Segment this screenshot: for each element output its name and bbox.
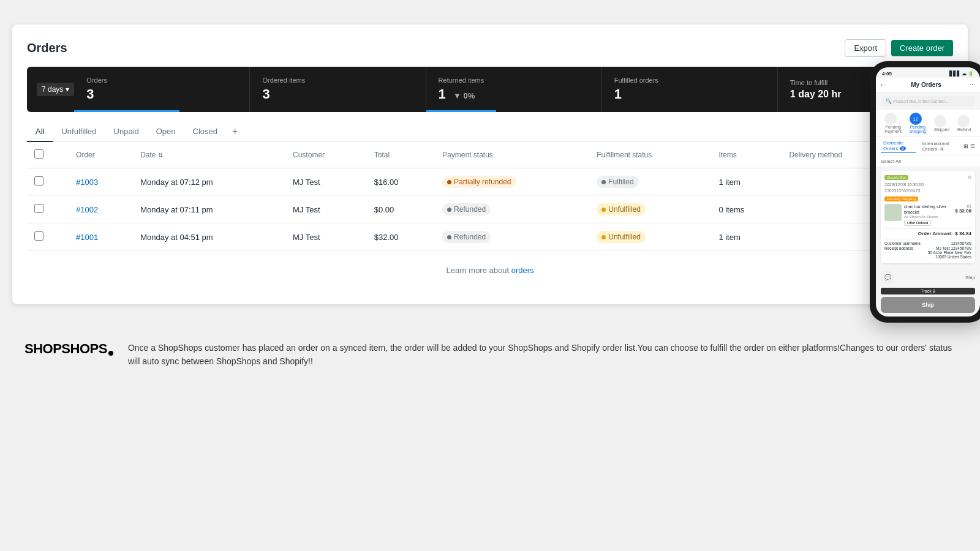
list-view-icon[interactable]: ☰ xyxy=(970,143,975,149)
col-fulfillment-status: Fulfillment status xyxy=(589,142,711,168)
tab-refund[interactable]: Refund xyxy=(957,115,971,132)
learn-more-section: Learn more about orders xyxy=(27,251,953,290)
more-icon[interactable]: ⋯ xyxy=(970,82,975,88)
stats-fulfilled-orders: Fulfilled orders 1 xyxy=(602,67,778,112)
phone-customer-username-row: Customer username 12345678N xyxy=(884,241,971,246)
stats-returned-items-value: 1 ▼ 0% xyxy=(439,86,589,102)
phone-product-price: $ 32.00 xyxy=(955,208,971,214)
search-icon: 🔍 xyxy=(886,99,893,104)
period-label: 7 days xyxy=(42,85,63,94)
select-all-label[interactable]: Select All xyxy=(881,159,901,164)
stats-bar: 7 days ▾ Orders 3 Ordered items 3 Return… xyxy=(27,67,953,112)
tab-shipped[interactable]: Shipped xyxy=(934,115,950,132)
row-date: Monday at 04:51 pm xyxy=(133,223,285,251)
col-order: Order xyxy=(69,142,133,168)
stats-ordered-items-value: 3 xyxy=(262,86,413,102)
tab-closed[interactable]: Closed xyxy=(184,122,226,142)
table-row[interactable]: #1003 Monday at 07:12 pm MJ Test $16.00 … xyxy=(27,168,953,196)
learn-more-link[interactable]: orders xyxy=(511,266,534,275)
tab-unpaid[interactable]: Unpaid xyxy=(105,122,148,142)
col-items: Items xyxy=(711,142,782,168)
period-filter[interactable]: 7 days ▾ xyxy=(37,83,74,96)
select-all-checkbox[interactable] xyxy=(34,149,43,159)
payment-status-badge: Partially refunded xyxy=(442,176,516,188)
table-row[interactable]: #1002 Monday at 07:11 pm MJ Test $0.00 R… xyxy=(27,196,953,223)
tab-open[interactable]: Open xyxy=(148,122,184,142)
badge-dot xyxy=(447,208,451,212)
row-customer: MJ Test xyxy=(285,223,367,251)
row-fulfillment-status: Unfulfilled xyxy=(589,223,711,251)
phone-ship-label: Ship xyxy=(965,275,975,280)
create-order-button[interactable]: Create order xyxy=(891,40,953,56)
back-icon[interactable]: ‹ xyxy=(881,82,883,88)
row-select-checkbox[interactable] xyxy=(34,231,43,241)
view-options: ⊞ ☰ xyxy=(963,143,975,149)
tab-all[interactable]: All xyxy=(27,122,53,142)
phone-search[interactable]: 🔍 Product title, Order number... xyxy=(881,96,975,107)
shopshops-logo: SHOPSHOPS xyxy=(24,341,113,357)
track-button[interactable]: Track 8 xyxy=(881,288,975,294)
row-items: 0 items xyxy=(711,196,782,223)
orders-table: Order Date ⇅ Customer Total Payment stat… xyxy=(27,142,953,251)
row-total: $16.00 xyxy=(367,168,435,196)
phone-title: My Orders xyxy=(886,81,966,88)
phone-receipt-address-row: Receipt address MJ Test 12345678N50 Acto… xyxy=(884,246,971,259)
phone-time: 4:05 xyxy=(882,71,892,77)
order-link[interactable]: #1002 xyxy=(76,205,98,214)
phone-nav: ‹ My Orders ⋯ xyxy=(876,78,980,92)
stats-orders-bar xyxy=(74,110,179,112)
stats-orders: Orders 3 xyxy=(74,67,250,112)
row-checkbox xyxy=(27,196,69,223)
phone-orders-tabs: Domestic Orders 9 International Orders 4… xyxy=(876,137,980,156)
phone-order-header: Shopify Bot ⧉ xyxy=(884,174,971,181)
header-actions: Export Create order xyxy=(845,39,953,57)
phone-order-id: 230231550556473 xyxy=(884,189,971,193)
ship-button[interactable]: Ship xyxy=(881,297,975,313)
phone-nav-tabs: PendingPayment 12 PendingShipping Shippe… xyxy=(876,110,980,137)
chevron-down-icon: ▾ xyxy=(66,85,69,94)
bottom-section: SHOPSHOPS Once a ShopShops customer has … xyxy=(12,329,968,381)
row-payment-status: Refunded xyxy=(435,223,589,251)
domestic-orders-tab[interactable]: Domestic Orders 9 xyxy=(881,139,916,153)
learn-more-text: Learn more about xyxy=(446,266,511,275)
payment-status-badge: Refunded xyxy=(442,203,491,216)
shopshops-logo-wrapper: SHOPSHOPS xyxy=(24,341,113,357)
row-select-checkbox[interactable] xyxy=(34,176,43,186)
order-link[interactable]: #1003 xyxy=(76,178,98,187)
row-select-checkbox[interactable] xyxy=(34,204,43,213)
col-customer: Customer xyxy=(285,142,367,168)
select-all-row: Select All xyxy=(876,156,980,167)
tab-pending-payment[interactable]: PendingPayment xyxy=(884,113,902,133)
fulfillment-status-badge: Unfulfilled xyxy=(597,231,646,243)
international-orders-tab[interactable]: International Orders 4 xyxy=(920,140,960,153)
order-link[interactable]: #1001 xyxy=(76,233,98,242)
col-date: Date ⇅ xyxy=(133,142,285,168)
offer-refund-button[interactable]: Offer Refund xyxy=(904,220,931,226)
date-sort-button[interactable]: Date ⇅ xyxy=(140,151,278,159)
orders-header: Orders Export Create order xyxy=(27,39,953,57)
message-icon[interactable]: 💬 xyxy=(881,271,894,284)
domestic-count: 9 xyxy=(900,146,906,151)
tab-unfulfilled[interactable]: Unfulfilled xyxy=(53,122,105,142)
phone-product-image xyxy=(884,204,902,221)
row-customer: MJ Test xyxy=(285,168,367,196)
row-order: #1001 xyxy=(69,223,133,251)
phone-order-date: 2023/12/28 16:30:00 xyxy=(884,182,971,187)
table-row[interactable]: #1001 Monday at 04:51 pm MJ Test $32.00 … xyxy=(27,223,953,251)
export-button[interactable]: Export xyxy=(845,39,886,57)
stats-fulfilled-value: 1 xyxy=(614,86,765,102)
refund-icon xyxy=(957,115,970,127)
col-payment-status: Payment status xyxy=(435,142,589,168)
row-payment-status: Partially refunded xyxy=(435,168,589,196)
row-items: 1 item xyxy=(711,223,782,251)
phone-product-name: chan luu sterling silver bracelet xyxy=(904,204,952,215)
add-tab-button[interactable]: + xyxy=(226,122,244,141)
shopify-badge: Shopify Bot xyxy=(884,175,908,180)
tab-pending-shipping[interactable]: 12 PendingShipping xyxy=(910,113,926,133)
stats-returned-items: Returned items 1 ▼ 0% xyxy=(426,67,602,112)
copy-icon[interactable]: ⧉ xyxy=(968,174,971,181)
row-total: $32.00 xyxy=(367,223,435,251)
fulfillment-status-badge: Fulfilled xyxy=(597,176,638,188)
grid-view-icon[interactable]: ⊞ xyxy=(963,143,968,149)
payment-status-badge: Refunded xyxy=(442,231,491,243)
